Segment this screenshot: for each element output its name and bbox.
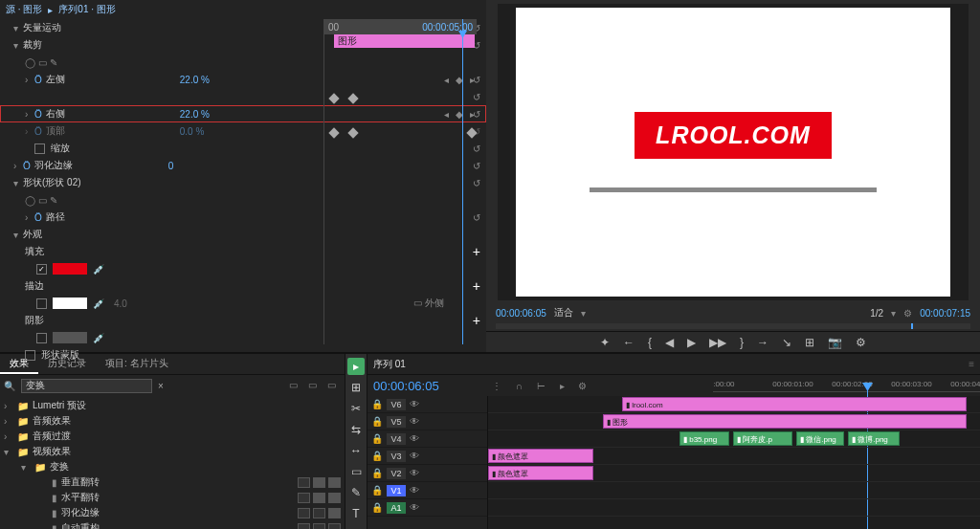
mask-shape-icons[interactable]: ◯ ▭ ✎ <box>25 195 57 206</box>
checkbox[interactable] <box>34 143 45 154</box>
stopwatch-icon[interactable]: Ö <box>23 161 31 171</box>
program-timecode[interactable]: 00:00:06:05 <box>496 308 546 319</box>
fx-tree-item[interactable]: ›📁音频过渡 <box>4 429 341 444</box>
track-header[interactable]: 🔒V3👁 <box>368 448 487 465</box>
fx-tree-item[interactable]: ›📁音频效果 <box>4 413 341 429</box>
track-header[interactable]: 🔒A1👁 <box>368 499 487 517</box>
transport-button[interactable]: } <box>740 336 744 349</box>
transport-button[interactable]: ▶ <box>687 336 696 349</box>
checkbox[interactable] <box>36 264 47 275</box>
track-lane[interactable] <box>488 499 980 517</box>
eye-icon[interactable]: 👁 <box>410 433 419 444</box>
tool-button[interactable]: ▭ <box>347 463 365 480</box>
property-value[interactable]: 22.0 % <box>180 75 237 85</box>
track-header[interactable]: 🔒V6👁 <box>368 396 487 413</box>
mini-timeline[interactable]: 00 00:00:05:00 图形 <box>323 19 477 344</box>
eye-icon[interactable]: 👁 <box>410 485 419 496</box>
panel-menu-icon[interactable]: ≡ <box>969 359 974 369</box>
lock-icon[interactable]: 🔒 <box>371 468 383 478</box>
tool-button[interactable]: ✂ <box>347 400 365 417</box>
search-input[interactable] <box>21 379 152 393</box>
lock-icon[interactable]: 🔒 <box>371 416 383 427</box>
chevron-icon[interactable]: › <box>25 75 34 85</box>
track-name[interactable]: V5 <box>387 416 406 428</box>
transport-button[interactable]: 📷 <box>828 336 842 349</box>
transport-button[interactable]: ⊞ <box>805 336 814 349</box>
stopwatch-icon[interactable]: Ö <box>34 75 42 85</box>
transport-button[interactable]: → <box>757 336 768 349</box>
fx-tree-item[interactable]: ▮垂直翻转 <box>4 474 341 490</box>
eye-icon[interactable]: 👁 <box>410 451 419 461</box>
checkbox[interactable] <box>36 298 47 309</box>
fx-tree-item[interactable]: ▮自动重构 <box>4 520 341 529</box>
tool-button[interactable]: ✎ <box>347 484 365 501</box>
tool-button[interactable]: ⇆ <box>347 421 365 438</box>
chevron-icon[interactable]: ▾ <box>13 40 23 51</box>
track-name[interactable]: V4 <box>387 433 406 445</box>
chevron-icon[interactable]: › <box>13 161 23 171</box>
track-name[interactable]: V1 <box>387 485 406 496</box>
track-name[interactable]: V6 <box>387 399 406 410</box>
chevron-icon[interactable]: ▾ <box>13 23 23 33</box>
track-header[interactable]: 🔒V5👁 <box>368 413 487 430</box>
tool-button[interactable]: ⊞ <box>347 379 365 396</box>
fx-tree-item[interactable]: ▮羽化边缘 <box>4 505 341 520</box>
color-swatch[interactable] <box>53 332 87 343</box>
fx-tree-item[interactable]: ›📁Lumetri 预设 <box>4 398 341 413</box>
timeline-clip[interactable]: ▮ b35.png <box>679 431 729 446</box>
transport-button[interactable]: ← <box>623 336 635 349</box>
color-swatch[interactable] <box>53 298 87 309</box>
yuv-filter-icon[interactable]: ▭ <box>327 380 341 391</box>
timeline-timecode[interactable]: 00:00:06:05 <box>373 379 488 393</box>
timeline-clip[interactable]: ▮ 颜色遮罩 <box>488 449 593 463</box>
fx-tree-item[interactable]: ▮水平翻转 <box>4 490 341 505</box>
timeline-clip[interactable]: ▮ 阿奔皮.p <box>733 431 792 446</box>
time-ruler[interactable]: :00:0000:00:01:0000:00:02:0000:00:03:000… <box>713 379 980 392</box>
lock-icon[interactable]: 🔒 <box>371 399 383 409</box>
property-value[interactable]: 22.0 % <box>180 109 237 120</box>
fit-dropdown[interactable]: 适合 <box>554 306 573 320</box>
lock-icon[interactable]: 🔒 <box>371 433 383 444</box>
transport-button[interactable]: ⚙ <box>856 336 866 349</box>
chevron-icon[interactable]: › <box>25 126 34 137</box>
timeline-clip[interactable]: ▮ 颜色遮罩 <box>488 466 593 480</box>
transport-button[interactable]: { <box>648 336 652 349</box>
preview-viewport[interactable]: LROOL.COM <box>498 4 969 300</box>
clear-search-icon[interactable]: × <box>158 381 164 391</box>
chevron-icon[interactable]: ▾ <box>13 230 23 240</box>
eye-icon[interactable]: 👁 <box>410 399 419 409</box>
stopwatch-icon[interactable]: Ö <box>34 212 42 223</box>
eyedropper-icon[interactable]: 💉 <box>93 333 104 343</box>
timeline-clip[interactable]: ▮ 微博.png <box>848 431 900 446</box>
track-header[interactable]: 🔒V4👁 <box>368 430 487 448</box>
track-name[interactable]: V3 <box>387 451 406 462</box>
track-name[interactable]: V2 <box>387 468 406 479</box>
stopwatch-icon[interactable]: Ö <box>34 126 42 137</box>
keyframe-icon[interactable] <box>328 127 339 138</box>
32bit-filter-icon[interactable]: ▭ <box>308 380 322 391</box>
checkbox[interactable] <box>25 350 35 361</box>
track-lane[interactable] <box>488 482 980 499</box>
transport-button[interactable]: ◀ <box>665 336 674 349</box>
timeline-clip[interactable]: ▮ lrool.com <box>622 397 967 411</box>
transport-button[interactable]: ✦ <box>600 336 610 349</box>
eye-icon[interactable]: 👁 <box>410 468 419 478</box>
keyframe-icon[interactable] <box>328 93 339 103</box>
property-value[interactable]: 0 <box>168 161 226 171</box>
keyframe-icon[interactable] <box>347 127 358 138</box>
timeline-clip[interactable]: ▮ 图形 <box>603 414 967 429</box>
track-header[interactable]: 🔒V2👁 <box>368 465 487 482</box>
track-name[interactable]: A1 <box>387 502 406 514</box>
transport-button[interactable]: ▶▶ <box>709 336 726 349</box>
mask-shape-icons[interactable]: ◯ ▭ ✎ <box>25 57 57 68</box>
lock-icon[interactable]: 🔒 <box>371 485 383 496</box>
keyframe-icon[interactable] <box>347 93 358 103</box>
eye-icon[interactable]: 👁 <box>410 502 419 513</box>
lock-icon[interactable]: 🔒 <box>371 451 383 461</box>
property-value[interactable]: 0.0 % <box>180 126 237 137</box>
chevron-icon[interactable]: › <box>25 109 34 120</box>
track-header[interactable]: 🔒V1👁 <box>368 482 487 499</box>
mini-playhead[interactable] <box>462 19 463 344</box>
timeline-clip[interactable]: ▮ 微信.png <box>796 431 844 446</box>
eyedropper-icon[interactable]: 💉 <box>93 298 104 309</box>
